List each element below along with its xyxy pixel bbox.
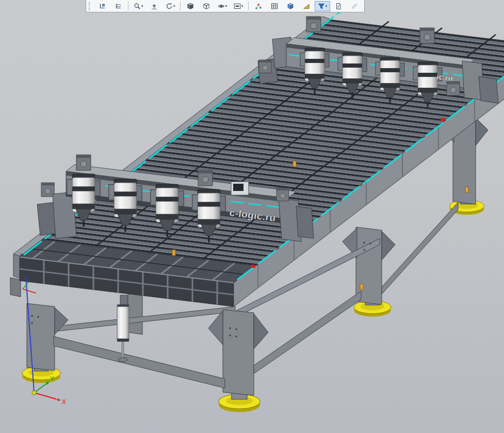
dropdown-arrow-icon: ▾: [141, 4, 143, 8]
normal-to-button[interactable]: [147, 1, 162, 11]
dropdown-arrow-icon: ▾: [225, 4, 227, 8]
wedge-icon: [303, 3, 310, 10]
magnifier-icon: [134, 3, 141, 10]
parameters-table-button[interactable]: [267, 1, 282, 11]
rail-clamp: [441, 118, 445, 121]
machine-bed[interactable]: [10, 2, 504, 307]
report-button[interactable]: [331, 1, 346, 11]
stepper-motor[interactable]: [76, 155, 91, 170]
eye-icon: [218, 3, 225, 10]
dropdown-arrow-icon: ▾: [326, 4, 328, 8]
dropdown-arrow-icon: ▾: [241, 4, 243, 8]
pneumatic-cylinder[interactable]: [117, 295, 129, 362]
draft-angle-button[interactable]: [299, 1, 314, 11]
stepper-motor[interactable]: [306, 17, 321, 32]
shaded-display-button[interactable]: [183, 1, 198, 11]
corner-ruler-plus-icon: [115, 3, 122, 10]
cube-wire-icon: [203, 3, 210, 10]
cnc-machine-model[interactable]: ic.ru c-logic.ru: [0, 0, 504, 433]
rail-clamp: [251, 265, 255, 268]
document-icon: [335, 3, 342, 10]
y-axis: [34, 383, 47, 393]
constraints-button[interactable]: [251, 1, 266, 11]
x-axis: [34, 393, 57, 399]
zoom-selection-button[interactable]: [110, 1, 126, 11]
stepper-motor[interactable]: [198, 170, 213, 186]
toolbar-grip[interactable]: [89, 2, 92, 10]
zoom-button[interactable]: ▾: [131, 1, 146, 11]
components-button[interactable]: [283, 1, 298, 11]
scene-appearance-button[interactable]: ▾: [231, 1, 246, 11]
toolbar-separator: [180, 2, 181, 10]
origin-point[interactable]: [32, 391, 36, 395]
pencil-icon: [351, 3, 358, 10]
corner-ruler-icon: [99, 3, 106, 10]
tag-marker: [172, 250, 175, 255]
stepper-motor[interactable]: [447, 82, 460, 95]
cube-shaded-icon: [187, 3, 194, 10]
view-toolbar: ▾ ▾: [86, 0, 365, 12]
funnel-icon: [318, 3, 325, 10]
toolbar-separator: [248, 2, 249, 10]
rotate-icon: [166, 3, 173, 10]
stepper-motor[interactable]: [420, 28, 434, 43]
tag-marker: [465, 187, 468, 193]
grid-icon: [271, 3, 278, 10]
filter-objects-button[interactable]: ▾: [315, 1, 330, 11]
rotate-view-button[interactable]: ▾: [162, 1, 178, 11]
tag-marker: [293, 161, 296, 167]
wireframe-display-button[interactable]: [199, 1, 214, 11]
stepper-motor[interactable]: [277, 188, 289, 201]
cad-application-window: ▾ ▾: [0, 0, 504, 433]
tag-marker: [360, 284, 363, 290]
toolbar-separator: [128, 2, 128, 10]
eye-box-icon: [234, 3, 241, 10]
component-icon: [287, 3, 294, 10]
viewport-3d[interactable]: ic.ru c-logic.ru: [0, 0, 504, 433]
hide-show-items-button[interactable]: ▾: [215, 1, 230, 11]
stepper-motor[interactable]: [41, 183, 54, 197]
y-axis-label: Y: [50, 375, 54, 382]
points-icon: [255, 3, 262, 10]
edit-button[interactable]: [347, 1, 362, 11]
dropdown-arrow-icon: ▾: [173, 4, 175, 8]
show-all-button[interactable]: [94, 1, 110, 11]
x-axis-label: X: [62, 398, 66, 406]
arrow-up-icon: [151, 3, 158, 10]
stepper-motor[interactable]: [259, 60, 271, 73]
